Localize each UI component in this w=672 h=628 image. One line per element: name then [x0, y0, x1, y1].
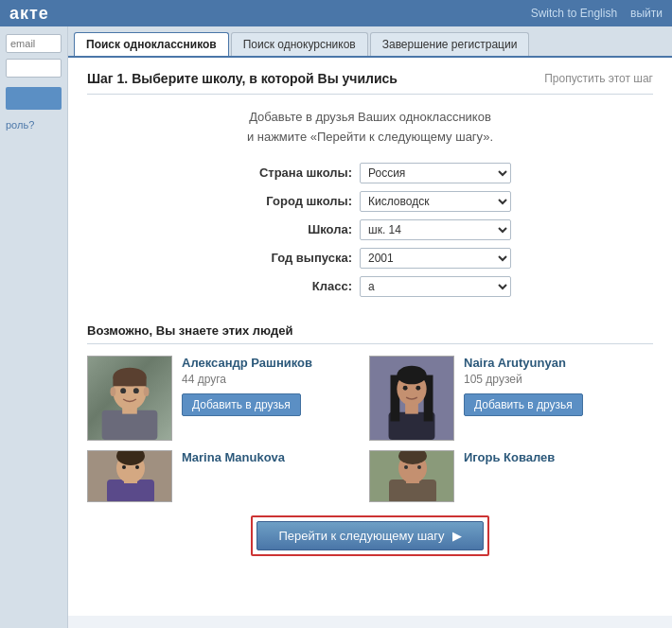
svg-rect-0 — [102, 410, 158, 439]
logout-link[interactable]: выйти — [630, 7, 663, 20]
svg-point-17 — [416, 385, 420, 390]
class-label: Класс: — [229, 279, 352, 293]
person-avatar-3 — [88, 451, 172, 502]
svg-point-31 — [417, 465, 421, 469]
person-card-3: Marina Manukova — [87, 450, 352, 502]
person-name-2[interactable]: Naira Arutyunyan — [464, 356, 634, 370]
person-name-1[interactable]: Александр Рашников — [182, 356, 352, 370]
city-select[interactable]: Кисловодск — [360, 191, 511, 212]
person-photo-3 — [87, 450, 172, 502]
step-title: Шаг 1. Выберите школу, в которой Вы учил… — [87, 71, 398, 86]
email-input[interactable] — [6, 34, 62, 53]
people-section-title: Возможно, Вы знаете этих людей — [87, 323, 653, 344]
add-friend-btn-1[interactable]: Добавить в друзья — [182, 393, 301, 416]
person-card-4: Игорь Ковалев — [369, 450, 634, 502]
person-info-4: Игорь Ковалев — [464, 450, 634, 467]
svg-rect-4 — [113, 376, 146, 386]
person-photo-2 — [369, 356, 454, 441]
person-photo-4 — [369, 450, 454, 502]
school-label: Школа: — [229, 222, 352, 236]
sidebar: роль? — [0, 26, 68, 628]
header-right: Switch to English выйти — [531, 7, 663, 20]
svg-point-15 — [397, 365, 426, 384]
svg-point-30 — [404, 465, 408, 469]
school-form: Страна школы: Россия Город школы: Кислов… — [229, 163, 511, 305]
next-step-container: Перейти к следующему шагу ▶ — [87, 515, 653, 556]
school-row: Школа: шк. 14 — [229, 219, 511, 240]
person-friends-1: 44 друга — [182, 373, 352, 386]
year-label: Год выпуска: — [229, 251, 352, 265]
inner-content: Шаг 1. Выберите школу, в которой Вы учил… — [68, 58, 672, 616]
person-info-3: Marina Manukova — [182, 450, 352, 467]
tab-university[interactable]: Поиск однокурсников — [231, 32, 368, 56]
people-grid-row1: Александр Рашников 44 друга Добавить в д… — [87, 356, 653, 441]
next-step-btn-wrapper: Перейти к следующему шагу ▶ — [251, 515, 488, 556]
person-name-4[interactable]: Игорь Ковалев — [464, 450, 634, 464]
content-area: Поиск одноклассников Поиск однокурсников… — [68, 26, 672, 628]
main-layout: роль? Поиск одноклассников Поиск однокур… — [0, 26, 672, 628]
city-row: Город школы: Кисловодск — [229, 191, 511, 212]
country-select[interactable]: Россия — [360, 163, 511, 183]
login-button[interactable] — [6, 87, 62, 110]
step-header: Шаг 1. Выберите школу, в которой Вы учил… — [87, 71, 653, 95]
svg-point-7 — [110, 387, 115, 396]
school-select[interactable]: шк. 14 — [360, 219, 511, 240]
add-friend-btn-2[interactable]: Добавить в друзья — [464, 393, 583, 416]
tab-classmates[interactable]: Поиск одноклассников — [74, 32, 229, 56]
person-friends-2: 105 друзей — [464, 373, 634, 386]
person-info-1: Александр Рашников 44 друга Добавить в д… — [182, 356, 352, 416]
city-label: Город школы: — [229, 194, 352, 208]
instruction-line1: Добавьте в друзья Ваших одноклассников — [87, 108, 653, 128]
year-row: Год выпуска: 2001 — [229, 248, 511, 269]
logo: акте — [9, 4, 49, 24]
person-card-1: Александр Рашников 44 друга Добавить в д… — [87, 356, 352, 441]
people-grid-row2: Marina Manukova — [87, 450, 653, 502]
person-avatar-1 — [88, 356, 171, 441]
instruction-line2: и нажмите «Перейти к следующему шагу». — [87, 128, 653, 148]
person-avatar-2 — [370, 356, 453, 441]
country-row: Страна школы: Россия — [229, 163, 511, 183]
tab-finish[interactable]: Завершение регистрации — [370, 32, 530, 56]
svg-point-23 — [122, 465, 126, 469]
person-name-3[interactable]: Marina Manukova — [182, 450, 352, 464]
password-input[interactable] — [6, 59, 62, 78]
svg-point-24 — [135, 465, 139, 469]
instruction-text: Добавьте в друзья Ваших одноклассников и… — [87, 108, 653, 148]
next-step-arrow: ▶ — [452, 529, 462, 543]
class-select[interactable]: а — [360, 276, 511, 297]
forgot-password-link[interactable]: роль? — [6, 119, 62, 131]
country-label: Страна школы: — [229, 166, 352, 180]
skip-step-link[interactable]: Пропустить этот шаг — [544, 72, 653, 85]
svg-point-5 — [120, 388, 126, 393]
svg-point-16 — [403, 385, 408, 390]
svg-point-6 — [133, 388, 139, 393]
person-info-2: Naira Arutyunyan 105 друзей Добавить в д… — [464, 356, 634, 416]
person-avatar-4 — [370, 451, 454, 502]
next-step-label: Перейти к следующему шагу — [278, 529, 444, 543]
header: акте Switch to English выйти — [0, 0, 672, 26]
switch-language-link[interactable]: Switch to English — [531, 7, 617, 20]
tabs-bar: Поиск одноклассников Поиск однокурсников… — [68, 26, 672, 58]
person-photo-1 — [87, 356, 172, 441]
class-row: Класс: а — [229, 276, 511, 297]
person-card-2: Naira Arutyunyan 105 друзей Добавить в д… — [369, 356, 634, 441]
next-step-button[interactable]: Перейти к следующему шагу ▶ — [256, 521, 483, 550]
year-select[interactable]: 2001 — [360, 248, 511, 269]
svg-point-8 — [144, 387, 150, 396]
